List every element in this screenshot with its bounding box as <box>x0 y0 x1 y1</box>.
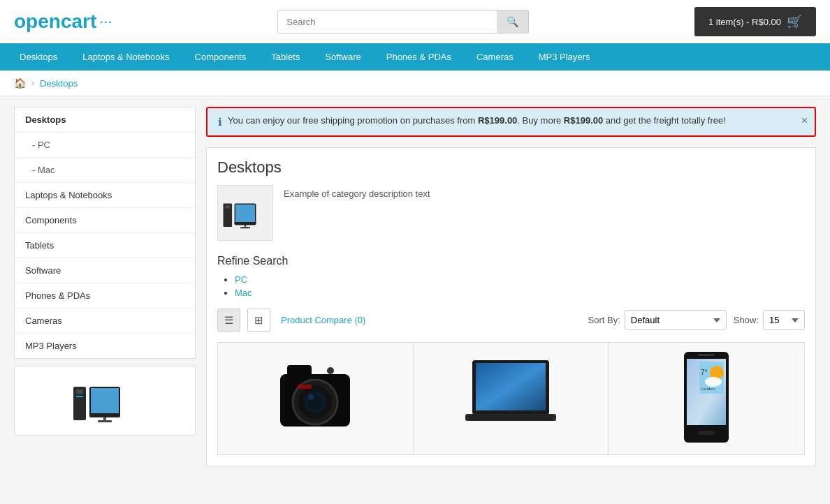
list-view-button[interactable]: ☰ <box>217 309 240 332</box>
svg-rect-4 <box>98 420 112 422</box>
show-group: Show: 15 25 50 75 100 <box>734 310 805 330</box>
breadcrumb: 🏠 › Desktops <box>0 71 830 96</box>
refine-title: Refine Search <box>217 255 805 267</box>
main-layout: Desktops - PC - Mac Laptops & Notebooks … <box>0 96 830 477</box>
refine-list: PC Mac <box>217 274 805 298</box>
svg-rect-27 <box>469 415 553 420</box>
main-nav: Desktops Laptops & Notebooks Components … <box>0 43 830 71</box>
header: opencart ··· 🔍 1 item(s) - R$0.00 🛒 <box>0 0 830 43</box>
svg-rect-9 <box>225 205 230 208</box>
toolbar: ☰ ⊞ Product Compare (0) Sort By: Default… <box>217 309 805 332</box>
sidebar-item-tablets[interactable]: Tablets <box>15 233 195 258</box>
nav-item-tablets[interactable]: Tablets <box>259 43 312 71</box>
svg-text:London: London <box>701 387 715 391</box>
shipping-alert: ℹ You can enjoy our free shipping promot… <box>206 107 816 137</box>
sidebar-item-components[interactable]: Components <box>15 208 195 233</box>
nav-item-laptops[interactable]: Laptops & Notebooks <box>70 43 182 71</box>
content-area: ℹ You can enjoy our free shipping promot… <box>206 107 816 466</box>
product-compare-link[interactable]: Product Compare (0) <box>281 315 365 325</box>
svg-rect-1 <box>76 390 83 394</box>
svg-rect-14 <box>235 222 256 225</box>
nav-item-cameras[interactable]: Cameras <box>464 43 526 71</box>
nav-item-software[interactable]: Software <box>312 43 373 71</box>
sidebar-item-phones[interactable]: Phones & PDAs <box>15 283 195 309</box>
category-section: Desktops Example of category description… <box>206 147 816 466</box>
category-desktop-svg <box>221 191 270 236</box>
logo-cart-icon: ··· <box>99 13 112 31</box>
laptop-svg <box>462 353 560 444</box>
alert-close-button[interactable]: × <box>801 115 808 126</box>
category-image <box>217 185 273 241</box>
product-card-phone: 7° London <box>609 343 804 454</box>
product-card-camera <box>218 343 414 454</box>
svg-rect-35 <box>698 354 715 356</box>
category-info: Example of category description text <box>217 185 805 241</box>
svg-rect-13 <box>235 204 255 223</box>
home-link[interactable]: 🏠 <box>14 77 26 89</box>
desktop-svg <box>70 373 140 429</box>
product-image-laptop <box>414 343 609 454</box>
sort-select[interactable]: Default Name (A - Z) Name (Z - A) Price … <box>625 310 727 330</box>
sidebar: Desktops - PC - Mac Laptops & Notebooks … <box>14 107 196 466</box>
svg-point-22 <box>327 367 334 374</box>
sort-label: Sort By: <box>588 315 620 325</box>
sort-group: Sort By: Default Name (A - Z) Name (Z - … <box>588 310 727 330</box>
sidebar-item-desktops[interactable]: Desktops <box>15 108 195 133</box>
logo: opencart ··· <box>14 10 112 33</box>
breadcrumb-current: Desktops <box>40 78 78 89</box>
refine-item-mac: Mac <box>235 288 805 298</box>
alert-text: You can enjoy our free shipping promotio… <box>228 115 726 126</box>
product-card-laptop <box>414 343 609 454</box>
svg-rect-2 <box>76 396 83 397</box>
show-select[interactable]: 15 25 50 75 100 <box>763 310 805 330</box>
svg-rect-21 <box>287 365 312 376</box>
products-grid: 7° London <box>217 342 805 455</box>
sidebar-desktop-image <box>14 366 196 436</box>
cart-button[interactable]: 1 item(s) - R$0.00 🛒 <box>694 7 816 36</box>
nav-item-mp3[interactable]: MP3 Players <box>526 43 603 71</box>
svg-rect-7 <box>89 413 120 417</box>
sidebar-item-cameras[interactable]: Cameras <box>15 309 195 334</box>
product-image-phone: 7° London <box>609 343 804 454</box>
svg-rect-6 <box>91 388 119 415</box>
nav-item-desktops[interactable]: Desktops <box>7 43 70 71</box>
search-bar: 🔍 <box>277 10 529 34</box>
svg-rect-36 <box>698 431 715 435</box>
product-image-camera <box>218 343 413 454</box>
sidebar-item-pc[interactable]: - PC <box>15 133 195 158</box>
refine-item-pc: PC <box>235 274 805 285</box>
svg-point-33 <box>705 377 722 387</box>
camera-svg <box>273 350 357 447</box>
grid-view-button[interactable]: ⊞ <box>247 309 270 332</box>
nav-item-phones[interactable]: Phones & PDAs <box>374 43 464 71</box>
sidebar-item-laptops[interactable]: Laptops & Notebooks <box>15 183 195 208</box>
show-label: Show: <box>734 315 759 325</box>
alert-icon: ℹ <box>218 116 222 128</box>
logo-text: opencart <box>14 10 96 33</box>
cart-label: 1 item(s) - R$0.00 <box>708 17 781 27</box>
breadcrumb-separator: › <box>31 78 34 88</box>
category-description: Example of category description text <box>284 185 430 199</box>
svg-text:7°: 7° <box>701 369 708 376</box>
nav-item-components[interactable]: Components <box>182 43 259 71</box>
svg-rect-23 <box>298 385 312 389</box>
sidebar-item-software[interactable]: Software <box>15 258 195 283</box>
refine-link-pc[interactable]: PC <box>235 274 247 285</box>
sidebar-section: Desktops - PC - Mac Laptops & Notebooks … <box>14 107 196 359</box>
sidebar-item-mp3[interactable]: MP3 Players <box>15 334 195 358</box>
refine-link-mac[interactable]: Mac <box>235 288 252 298</box>
cart-icon: 🛒 <box>787 14 802 29</box>
search-button[interactable]: 🔍 <box>497 10 528 33</box>
phone-svg: 7° London <box>678 348 734 450</box>
category-title: Desktops <box>217 158 805 177</box>
svg-rect-25 <box>476 363 546 410</box>
sidebar-item-mac[interactable]: - Mac <box>15 158 195 183</box>
search-input[interactable] <box>278 10 497 33</box>
svg-rect-11 <box>240 227 250 228</box>
svg-point-20 <box>308 394 314 400</box>
